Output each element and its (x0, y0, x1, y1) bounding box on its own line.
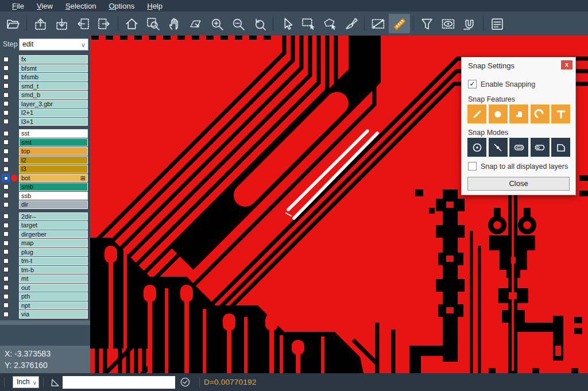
layer-visibility-checkbox[interactable] (3, 184, 9, 189)
layer-row-map[interactable]: map (0, 239, 90, 248)
layer-row-tm-t[interactable]: tm-t (0, 257, 90, 266)
layer-name[interactable]: tm-b (19, 266, 88, 274)
select-pointer-button[interactable] (276, 14, 297, 33)
import-down-button[interactable] (51, 14, 72, 33)
layer-row-smb[interactable]: smb (0, 183, 90, 192)
step-select[interactable]: edit ∨ (19, 38, 88, 51)
layer-visibility-checkbox[interactable] (3, 57, 9, 62)
layer-name[interactable]: l2+1 (19, 109, 88, 117)
layer-row-smd_b[interactable]: smd_b (0, 91, 90, 100)
zoom-out-button[interactable] (227, 14, 249, 33)
layer-visibility-checkbox[interactable] (3, 157, 9, 162)
select-polygon-button[interactable] (319, 14, 340, 33)
layer-visibility-checkbox[interactable] (3, 65, 9, 71)
layer-visibility-checkbox[interactable] (3, 267, 9, 272)
layer-name[interactable]: layer_3.gbr (19, 100, 88, 109)
layer-visibility-checkbox[interactable] (3, 149, 9, 154)
layer-visibility-checkbox[interactable] (3, 92, 9, 98)
layer-row-l3[interactable]: l3 (0, 165, 90, 174)
snap-surface-button[interactable] (509, 104, 528, 123)
layer-row-dirgerber[interactable]: dirgerber (0, 230, 90, 239)
layer-name[interactable]: target (19, 221, 88, 230)
snap-text-button[interactable] (551, 104, 570, 123)
layer-visibility-checkbox[interactable] (3, 193, 9, 198)
layer-name[interactable]: via (19, 310, 88, 319)
zoom-home-button[interactable] (121, 14, 142, 33)
layer-row-dir[interactable]: dir (0, 200, 90, 210)
layer-row-bot[interactable]: bot⊞ (0, 174, 90, 183)
unit-select[interactable]: Inch ∨ (13, 376, 39, 388)
pan-hand-button[interactable] (164, 14, 185, 33)
grid-icon[interactable]: ⊞ (80, 175, 86, 181)
layer-row-2dir--[interactable]: 2dir-- (0, 212, 90, 222)
all-layers-checkbox[interactable] (468, 162, 477, 171)
open-file-button[interactable] (2, 14, 24, 33)
layer-row-bfsmb[interactable]: bfsmb (0, 73, 90, 82)
snap-magnet-button[interactable] (459, 14, 480, 33)
layer-row-l2+1[interactable]: l2+1 (0, 109, 90, 118)
layer-row-target[interactable]: target (0, 221, 90, 230)
close-icon[interactable]: x (561, 60, 572, 69)
layer-row-plug[interactable]: plug (0, 248, 90, 257)
layer-visibility-checkbox[interactable] (3, 167, 9, 172)
snap-slot-center-button[interactable] (531, 138, 550, 157)
zoom-previous-button[interactable] (249, 14, 270, 33)
layer-table-button[interactable] (486, 14, 508, 33)
layer-row-smt[interactable]: smt (0, 138, 90, 148)
layer-name[interactable]: smd_t (19, 82, 88, 91)
menu-options[interactable]: Options (102, 2, 141, 10)
layer-name[interactable]: sst (19, 129, 88, 138)
import-up-button[interactable] (30, 14, 51, 33)
menu-selection[interactable]: Selection (59, 2, 102, 10)
snap-contour-button[interactable] (551, 138, 570, 157)
layer-visibility-checkbox[interactable] (3, 231, 9, 237)
layer-name[interactable]: dir (19, 200, 88, 209)
layer-name[interactable]: map (19, 239, 88, 247)
snap-slot-button[interactable] (509, 138, 528, 157)
layer-name[interactable]: plug (19, 248, 88, 257)
layer-name[interactable]: top (19, 147, 88, 156)
zoom-window-button[interactable] (142, 14, 164, 33)
layer-row-via[interactable]: via (0, 310, 90, 319)
layer-name[interactable]: smb (19, 183, 88, 191)
snap-arc-button[interactable] (531, 104, 550, 123)
apply-check-icon[interactable] (180, 377, 191, 388)
angle-mode-icon[interactable] (49, 377, 61, 388)
zoom-polygon-button[interactable] (185, 14, 206, 33)
layer-visibility-checkbox[interactable] (3, 83, 9, 88)
menu-file[interactable]: File (6, 2, 30, 10)
layer-name[interactable]: smt (19, 138, 88, 147)
menu-help[interactable]: Help (141, 2, 169, 10)
layer-name[interactable]: tm-t (19, 257, 88, 265)
layer-name[interactable]: bfsmb (19, 73, 88, 82)
layer-name[interactable]: bot⊞ (19, 174, 88, 183)
measure-ruler-button[interactable] (389, 14, 410, 33)
command-input[interactable] (63, 376, 175, 389)
layer-name[interactable]: mt (19, 274, 88, 283)
close-button[interactable]: Close (467, 177, 570, 191)
snap-pad-button[interactable] (489, 104, 508, 123)
layer-name[interactable]: bfsmt (19, 64, 88, 73)
layer-visibility-checkbox[interactable] (3, 276, 9, 281)
layer-name[interactable]: dirgerber (19, 230, 88, 239)
layer-visibility-checkbox[interactable] (2, 174, 10, 182)
dialog-titlebar[interactable]: Snap Settings x (462, 57, 575, 72)
measure-line-button[interactable] (368, 14, 389, 33)
layer-row-ssb[interactable]: ssb (0, 192, 90, 201)
view-options-button[interactable] (438, 14, 459, 33)
layer-visibility-checkbox[interactable] (3, 249, 9, 254)
layer-row-tm-b[interactable]: tm-b (0, 266, 90, 275)
layer-visibility-checkbox[interactable] (3, 285, 9, 290)
layer-name[interactable]: npt (19, 301, 88, 310)
layer-visibility-checkbox[interactable] (3, 110, 9, 115)
layer-row-top[interactable]: top (0, 147, 90, 156)
layer-visibility-checkbox[interactable] (3, 303, 9, 308)
layer-visibility-checkbox[interactable] (3, 312, 9, 317)
layer-visibility-checkbox[interactable] (3, 140, 9, 145)
layer-name[interactable]: ssb (19, 192, 88, 200)
enable-snapping-checkbox[interactable]: ✓ (468, 80, 477, 88)
filter-button[interactable] (416, 14, 438, 33)
layer-visibility-checkbox[interactable] (3, 223, 9, 228)
layer-row-npt[interactable]: npt (0, 301, 90, 311)
layer-row-l2[interactable]: l2 (0, 156, 90, 165)
